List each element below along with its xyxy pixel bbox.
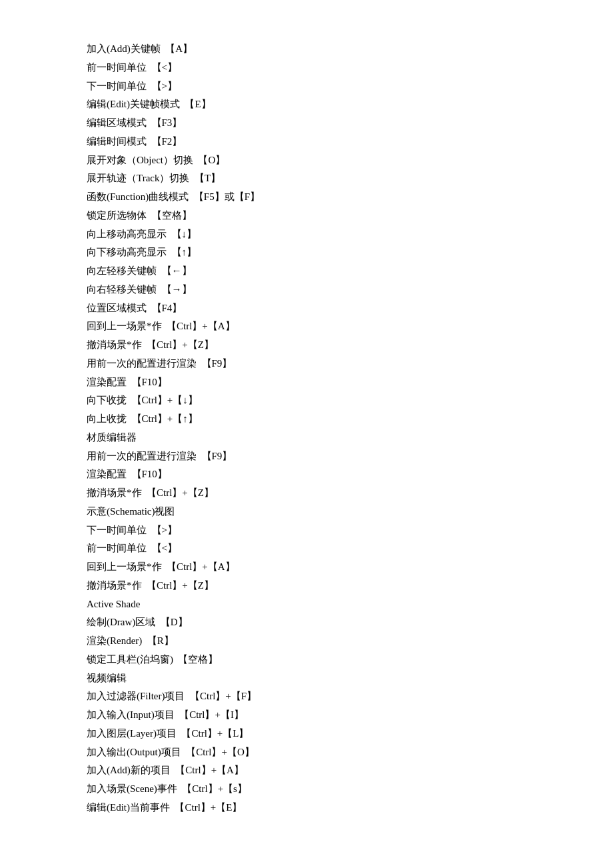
text-line-7: 展开轨迹（Track）切换 【T】 <box>87 169 526 188</box>
text-line-33: 锁定工具栏(泊坞窗) 【空格】 <box>87 651 526 669</box>
text-line-29: 撤消场景*作 【Ctrl】+【Z】 <box>87 577 526 595</box>
text-line-17: 用前一次的配置进行渲染 【F9】 <box>87 355 526 373</box>
text-line-2: 下一时间单位 【>】 <box>87 77 526 96</box>
text-line-14: 位置区域模式 【F4】 <box>87 299 526 318</box>
text-line-13: 向右轻移关键帧 【→】 <box>87 281 526 299</box>
text-line-24: 撤消场景*作 【Ctrl】+【Z】 <box>87 484 526 503</box>
text-line-9: 锁定所选物体 【空格】 <box>87 207 526 225</box>
text-line-6: 展开对象（Object）切换 【O】 <box>87 151 526 170</box>
text-line-18: 渲染配置 【F10】 <box>87 373 526 392</box>
text-line-36: 加入输入(Input)项目 【Ctrl】+【I】 <box>87 706 526 725</box>
text-line-21: 材质编辑器 <box>87 429 526 447</box>
text-line-31: 绘制(Draw)区域 【D】 <box>87 613 526 632</box>
text-line-12: 向左轻移关键帧 【←】 <box>87 262 526 281</box>
text-line-19: 向下收拢 【Ctrl】+【↓】 <box>87 391 526 410</box>
text-line-15: 回到上一场景*作 【Ctrl】+【A】 <box>87 317 526 336</box>
text-line-23: 渲染配置 【F10】 <box>87 465 526 484</box>
text-line-5: 编辑时间模式 【F2】 <box>87 133 526 151</box>
text-line-37: 加入图层(Layer)项目 【Ctrl】+【L】 <box>87 725 526 743</box>
text-line-11: 向下移动高亮显示 【↑】 <box>87 243 526 262</box>
text-line-3: 编辑(Edit)关键帧模式 【E】 <box>87 95 526 114</box>
text-line-35: 加入过滤器(Filter)项目 【Ctrl】+【F】 <box>87 687 526 706</box>
text-line-1: 前一时间单位 【<】 <box>87 59 526 77</box>
text-line-16: 撤消场景*作 【Ctrl】+【Z】 <box>87 336 526 355</box>
text-line-10: 向上移动高亮显示 【↓】 <box>87 225 526 244</box>
text-line-30: Active Shade <box>87 595 526 614</box>
text-line-22: 用前一次的配置进行渲染 【F9】 <box>87 447 526 466</box>
text-line-8: 函数(Function)曲线模式 【F5】或【F】 <box>87 188 526 207</box>
text-line-26: 下一时间单位 【>】 <box>87 521 526 540</box>
text-line-0: 加入(Add)关键帧 【A】 <box>87 40 526 59</box>
text-line-32: 渲染(Render) 【R】 <box>87 632 526 651</box>
text-line-27: 前一时间单位 【<】 <box>87 539 526 558</box>
text-line-20: 向上收拢 【Ctrl】+【↑】 <box>87 410 526 429</box>
text-line-41: 编辑(Edit)当前事件 【Ctrl】+【E】 <box>87 799 526 817</box>
text-line-39: 加入(Add)新的项目 【Ctrl】+【A】 <box>87 761 526 780</box>
text-line-28: 回到上一场景*作 【Ctrl】+【A】 <box>87 558 526 577</box>
text-line-40: 加入场景(Scene)事件 【Ctrl】+【s】 <box>87 780 526 799</box>
main-content: 加入(Add)关键帧 【A】前一时间单位 【<】下一时间单位 【>】编辑(Edi… <box>87 40 526 817</box>
text-line-4: 编辑区域模式 【F3】 <box>87 114 526 133</box>
text-line-34: 视频编辑 <box>87 669 526 688</box>
text-line-38: 加入输出(Output)项目 【Ctrl】+【O】 <box>87 743 526 762</box>
text-line-25: 示意(Schematic)视图 <box>87 503 526 521</box>
